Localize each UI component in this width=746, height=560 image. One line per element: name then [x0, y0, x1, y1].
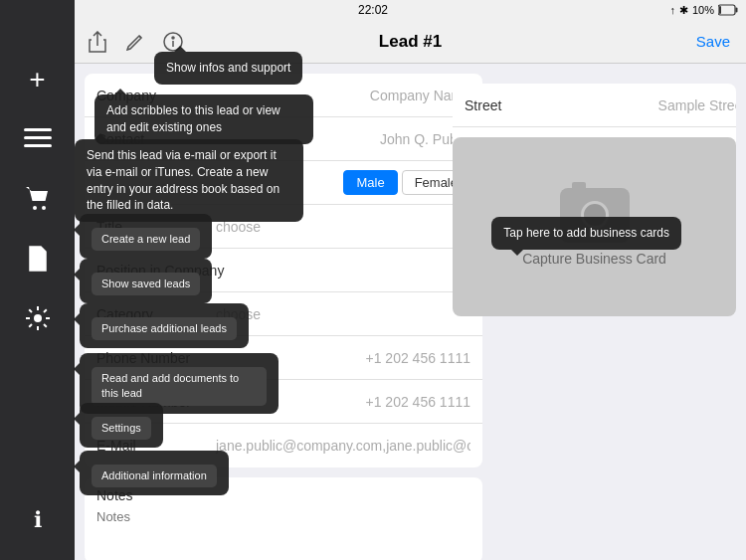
company-row: Company — [85, 74, 482, 117]
save-button[interactable]: Save — [692, 29, 734, 54]
company-label: Company — [96, 88, 216, 103]
nav-bar: Lead #1 Save — [75, 20, 746, 64]
edit-button[interactable] — [124, 31, 146, 53]
contact-row: Contact — [85, 117, 482, 161]
position-input[interactable] — [224, 263, 470, 279]
category-choose[interactable]: choose — [216, 306, 261, 322]
svg-point-11 — [34, 314, 42, 322]
street-input[interactable] — [584, 97, 736, 113]
svg-rect-5 — [24, 144, 52, 147]
svg-point-6 — [33, 206, 37, 210]
category-label: Category — [96, 306, 216, 322]
contact-input[interactable] — [216, 131, 470, 147]
sidebar-item-add[interactable]: + — [0, 50, 75, 109]
contact-label: Contact — [96, 131, 216, 147]
status-bar: 22:02 ↑ ✱ 10% — [0, 0, 746, 20]
content-wrapper: Company Contact Male Female Title choose… — [75, 64, 746, 560]
phone-row: Phone Number — [85, 336, 482, 380]
position-row: Position in Company — [85, 249, 482, 292]
notes-label: Notes — [96, 487, 470, 503]
right-column: Capture Business Card Street ZIP City We… — [443, 64, 746, 560]
business-card-area[interactable]: Capture Business Card — [453, 137, 736, 316]
nav-right: Save — [692, 29, 734, 54]
svg-point-7 — [42, 206, 46, 210]
svg-rect-4 — [24, 136, 52, 139]
notes-section: Notes — [85, 477, 482, 560]
company-section: Company Contact Male Female Title choose… — [85, 74, 482, 467]
camera-icon — [560, 188, 630, 243]
notes-input[interactable] — [96, 509, 470, 549]
title-label: Title — [96, 219, 216, 235]
nav-left-buttons — [87, 31, 184, 53]
category-row: Category choose — [85, 292, 482, 336]
street-row: Street — [453, 84, 736, 127]
phone-input[interactable] — [216, 350, 470, 366]
street-label: Street — [465, 97, 584, 113]
sidebar-item-list[interactable] — [0, 109, 75, 169]
email-row: E-Mail — [85, 424, 482, 467]
svg-rect-2 — [719, 6, 721, 14]
business-card-label: Capture Business Card — [522, 251, 666, 267]
sidebar-item-info[interactable]: ℹ — [0, 490, 75, 550]
email-input[interactable] — [216, 438, 470, 454]
company-input[interactable] — [216, 88, 470, 103]
title-row: Title choose — [85, 205, 482, 249]
position-label: Position in Company — [96, 263, 224, 279]
signal-icon: ↑ — [669, 4, 675, 16]
title-choose[interactable]: choose — [216, 219, 261, 235]
bluetooth-icon: ✱ — [679, 4, 688, 17]
mobile-label: Mobile Number — [96, 394, 216, 410]
male-button[interactable]: Male — [343, 170, 397, 195]
page-title: Lead #1 — [379, 32, 442, 52]
battery-text: 10% — [692, 4, 714, 16]
sidebar: + ℹ — [0, 0, 75, 560]
phone-label: Phone Number — [96, 350, 216, 366]
left-column: Company Contact Male Female Title choose… — [75, 64, 492, 560]
svg-rect-1 — [736, 8, 738, 13]
sidebar-item-settings[interactable] — [0, 288, 75, 348]
share-button[interactable] — [87, 31, 108, 53]
info-button[interactable] — [162, 31, 184, 53]
battery-icon — [718, 4, 738, 16]
sidebar-item-cart[interactable] — [0, 169, 75, 229]
status-icons: ↑ ✱ 10% — [669, 4, 738, 17]
sidebar-item-document[interactable] — [0, 229, 75, 288]
gender-row: Male Female — [85, 161, 482, 205]
svg-rect-3 — [24, 128, 52, 131]
svg-point-14 — [172, 37, 174, 39]
status-time: 22:02 — [358, 3, 388, 17]
email-label: E-Mail — [96, 438, 216, 454]
mobile-row: Mobile Number — [85, 380, 482, 424]
mobile-input[interactable] — [216, 394, 470, 410]
